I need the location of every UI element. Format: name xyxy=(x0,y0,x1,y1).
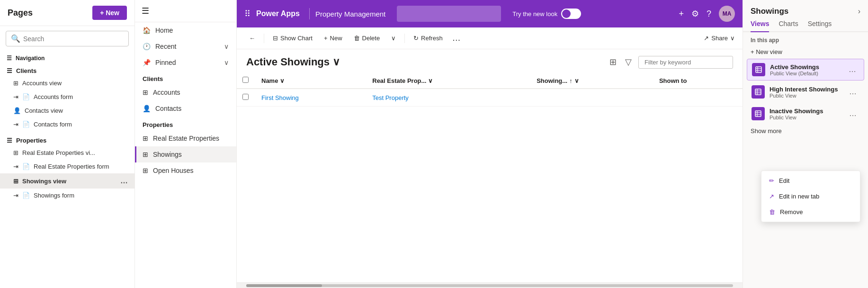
dropdown-remove[interactable]: 🗑 Remove xyxy=(761,204,860,220)
inactive-showings-view-info: Inactive Showings Public View xyxy=(770,108,842,120)
showings-nav-icon: ⊞ xyxy=(143,151,148,158)
topbar-icons: + ⚙ ? MA xyxy=(679,6,735,22)
nav-middle-contacts[interactable]: 👤 Contacts xyxy=(135,100,236,117)
show-more-button[interactable]: Show more xyxy=(743,125,868,137)
table-row: First Showing Test Property xyxy=(237,89,743,107)
col-name[interactable]: Name ∨ xyxy=(256,73,367,89)
nav-accounts-form[interactable]: ⇥ 📄 Accounts form xyxy=(0,90,134,104)
clients-section-label: ☰ Clients xyxy=(0,63,134,76)
topbar-settings-icon[interactable]: ⚙ xyxy=(691,9,699,19)
active-showings-more-icon[interactable]: … xyxy=(847,64,858,75)
active-showings-view-info: Active Showings Public View (Default) xyxy=(770,63,842,76)
nav-real-estate-form[interactable]: ⇥ 📄 Real Estate Properties form xyxy=(0,160,134,173)
nav-contacts-view[interactable]: 👤 Contacts view xyxy=(0,104,134,117)
record-re-link[interactable]: Test Property xyxy=(372,94,409,101)
showings-view-icon: ⊞ xyxy=(13,178,18,185)
pages-sidebar: Pages + New 🔍 ☰ Navigation ☰ Clients ⊞ A… xyxy=(0,0,135,288)
view-title[interactable]: Active Showings ∨ xyxy=(246,56,340,68)
showings-view-more-icon[interactable]: … xyxy=(120,177,128,185)
form-icon: ⇥ xyxy=(13,93,18,100)
nav-accounts-view[interactable]: ⊞ Accounts view xyxy=(0,76,134,90)
high-interest-view-info: High Interest Showings Public View xyxy=(770,86,842,99)
tab-settings[interactable]: Settings xyxy=(808,20,832,32)
nav-pinned[interactable]: 📌 Pinned ∨ xyxy=(135,54,236,71)
nav-home[interactable]: 🏠 Home xyxy=(135,22,236,38)
high-interest-more-icon[interactable]: … xyxy=(847,87,859,97)
horizontal-scrollbar[interactable] xyxy=(237,282,743,288)
nav-middle-accounts[interactable]: ⊞ Accounts xyxy=(135,84,236,100)
nav-middle-open-houses[interactable]: ⊞ Open Houses xyxy=(135,162,236,179)
nav-middle-showings[interactable]: ⊞ Showings xyxy=(135,146,236,162)
dropdown-button[interactable]: ∨ xyxy=(386,32,401,44)
more-options-icon[interactable]: … xyxy=(449,33,464,43)
topbar-help-icon[interactable]: ? xyxy=(707,9,711,19)
nav-real-estate-view[interactable]: ⊞ Real Estate Properties vi... xyxy=(0,146,134,160)
view-item-active-showings[interactable]: Active Showings Public View (Default) … xyxy=(747,59,864,81)
row-checkbox[interactable] xyxy=(242,94,249,100)
row-checkbox-cell[interactable] xyxy=(237,89,256,107)
dropdown-menu: ✏ Edit ↗ Edit in new tab 🗑 Remove xyxy=(761,171,860,222)
clients-list-icon: ☰ xyxy=(7,67,12,74)
nav-middle-real-estate[interactable]: ⊞ Real Estate Properties xyxy=(135,130,236,146)
dropdown-edit[interactable]: ✏ Edit xyxy=(761,173,860,189)
re-nav-icon: ⊞ xyxy=(143,135,148,142)
user-avatar[interactable]: MA xyxy=(719,6,735,22)
main-area: ⠿ Power Apps Property Management Try the… xyxy=(237,0,743,288)
tab-charts[interactable]: Charts xyxy=(779,20,798,32)
pin-icon: 📌 xyxy=(143,59,151,66)
record-name-link[interactable]: First Showing xyxy=(261,94,299,101)
tab-views[interactable]: Views xyxy=(751,20,769,32)
topbar-search[interactable] xyxy=(397,6,501,22)
show-chart-button[interactable]: ⊟ Show Chart xyxy=(268,32,317,44)
new-page-button[interactable]: + New xyxy=(92,6,127,20)
col-shown-to: Shown to xyxy=(653,73,743,89)
nav-recent[interactable]: 🕐 Recent ∨ xyxy=(135,38,236,54)
waffle-icon[interactable]: ⠿ xyxy=(244,9,251,19)
delete-button[interactable]: 🗑 Delete xyxy=(349,32,385,44)
scroll-thumb xyxy=(246,284,322,287)
cell-name: First Showing xyxy=(256,89,367,107)
view-item-high-interest[interactable]: High Interest Showings Public View … xyxy=(747,81,864,102)
back-button[interactable]: ← xyxy=(244,32,260,44)
cell-showing xyxy=(531,89,653,107)
pages-search-box[interactable]: 🔍 xyxy=(6,31,129,46)
view-item-inactive-showings[interactable]: Inactive Showings Public View … xyxy=(747,103,864,124)
re-form-icon: ⇥ xyxy=(13,163,18,170)
right-panel: Showings › Views Charts Settings In this… xyxy=(743,0,868,288)
col-real-estate[interactable]: Real Estate Prop... ∨ xyxy=(367,73,531,89)
list-icon: ☰ xyxy=(7,55,12,62)
topbar-plus-icon[interactable]: + xyxy=(679,9,684,19)
hamburger-icon[interactable]: ☰ xyxy=(142,6,149,16)
filter-icon[interactable]: ▽ xyxy=(623,55,634,69)
select-all-checkbox[interactable] xyxy=(242,77,249,83)
contacts-form-doc-icon: 📄 xyxy=(22,121,30,128)
content-area: Active Showings ∨ ⊞ ▽ Na xyxy=(237,49,743,288)
columns-icon[interactable]: ⊞ xyxy=(608,55,618,69)
nav-contacts-form[interactable]: ⇥ 📄 Contacts form xyxy=(0,117,134,131)
new-view-button[interactable]: + New view xyxy=(743,45,868,58)
right-panel-chevron-icon[interactable]: › xyxy=(858,7,860,16)
name-sort-icon: ∨ xyxy=(280,77,285,84)
filter-input[interactable] xyxy=(638,56,733,69)
nav-showings-form[interactable]: ⇥ 📄 Showings form xyxy=(0,189,134,202)
pages-search-input[interactable] xyxy=(23,35,124,43)
clock-icon: 🕐 xyxy=(143,43,151,50)
share-button[interactable]: ↗ Share ∨ xyxy=(704,35,735,42)
try-new-look: Try the new look xyxy=(512,9,581,19)
properties-section-label: ☰ Properties xyxy=(0,133,134,146)
new-record-button[interactable]: + New xyxy=(319,32,347,44)
right-panel-title: Showings xyxy=(751,7,788,16)
scroll-track xyxy=(246,284,733,287)
showing-filter-icon: ∨ xyxy=(574,77,579,84)
inactive-showings-more-icon[interactable]: … xyxy=(847,108,859,119)
table-container: Name ∨ Real Estate Prop... ∨ xyxy=(237,73,743,282)
svg-rect-0 xyxy=(756,67,761,72)
search-icon: 🔍 xyxy=(11,34,20,43)
toggle-switch[interactable] xyxy=(561,9,581,19)
refresh-button[interactable]: ↻ Refresh xyxy=(409,32,447,44)
nav-showings-view[interactable]: ⊞ Showings view … xyxy=(0,173,134,189)
share-icon: ↗ xyxy=(704,35,709,42)
checkbox-header[interactable] xyxy=(237,73,256,89)
dropdown-edit-new-tab[interactable]: ↗ Edit in new tab xyxy=(761,189,860,204)
col-showing[interactable]: Showing... ↑ ∨ xyxy=(531,73,653,89)
